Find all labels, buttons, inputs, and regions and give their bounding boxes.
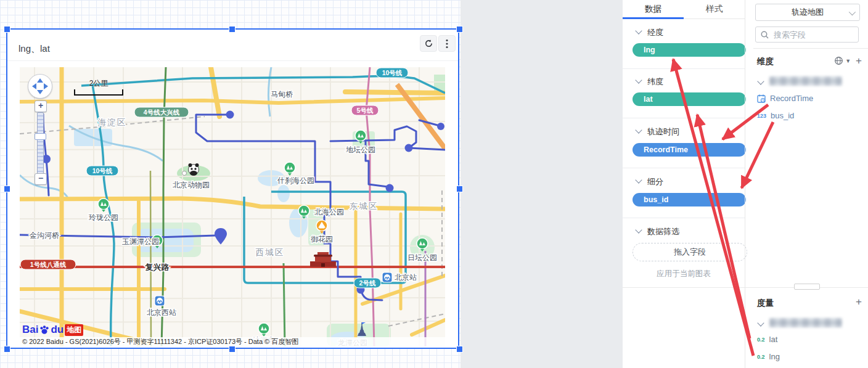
resize-handle-sw[interactable] xyxy=(4,346,10,353)
baidu-logo: Bai du 地图 xyxy=(22,323,83,337)
measures-header: 度量 xyxy=(757,298,774,309)
section-segment-label: 细分 xyxy=(647,176,663,187)
field-name: lat xyxy=(769,335,778,344)
field-busid[interactable]: 123 bus_id xyxy=(757,111,794,120)
refresh-icon xyxy=(424,39,433,48)
line-pill: 10号线 xyxy=(92,167,113,174)
search-input[interactable] xyxy=(772,30,853,40)
baidu-map-badge: 地图 xyxy=(65,324,83,336)
pan-right-icon[interactable] xyxy=(44,83,48,89)
pan-left-icon[interactable] xyxy=(32,83,36,89)
chart-type-value: 轨迹地图 xyxy=(792,7,824,17)
resize-handle-w[interactable] xyxy=(4,186,10,192)
add-dimension-button[interactable]: + xyxy=(856,57,862,65)
chevron-down-icon[interactable] xyxy=(635,226,642,233)
divider xyxy=(753,48,868,49)
section-longitude-label: 经度 xyxy=(647,27,663,38)
zoom-slider-thumb[interactable] xyxy=(35,133,46,140)
pan-up-icon[interactable] xyxy=(37,78,43,83)
refresh-button[interactable] xyxy=(420,35,437,52)
place-label: 地坛公园 xyxy=(346,145,375,154)
resize-handle-ne[interactable] xyxy=(456,26,463,33)
zoom-slider-track[interactable] xyxy=(37,112,44,174)
place-label: 北海公园 xyxy=(314,208,344,216)
chip-lat[interactable]: lat xyxy=(633,92,746,106)
apply-hint: 应用于当前图表 xyxy=(623,269,745,279)
place-label: 御花园 xyxy=(311,235,333,243)
field-search[interactable] xyxy=(755,27,859,43)
tab-data[interactable]: 数据 xyxy=(623,0,684,18)
chip-lng[interactable]: lng xyxy=(633,43,746,57)
tab-style[interactable]: 样式 xyxy=(684,0,745,18)
measures-tools: + xyxy=(856,298,862,306)
field-lat[interactable]: 0.2 lat xyxy=(757,335,777,344)
header-divider xyxy=(7,60,458,61)
map-copyright: © 2022 Baidu - GS(2021)6026号 - 甲测资字11111… xyxy=(20,337,445,346)
chevron-down-icon[interactable] xyxy=(635,27,642,34)
map-scale: 2公里 xyxy=(74,78,123,96)
field-name: bus_id xyxy=(771,111,794,120)
chevron-down-icon[interactable] xyxy=(635,176,642,183)
zoom-out-button[interactable]: − xyxy=(35,173,47,185)
chevron-down-icon[interactable] xyxy=(635,126,642,133)
chart-type-select[interactable]: 轨迹地图 xyxy=(755,4,860,21)
pin-marker xyxy=(215,228,227,245)
field-name: lng xyxy=(769,352,780,361)
kebab-icon xyxy=(446,39,448,49)
resize-handle-n[interactable] xyxy=(229,26,235,33)
line-pill: 1号线八通线 xyxy=(30,261,67,269)
line-pill: 5号线 xyxy=(357,107,374,114)
place-label: 日坛公园 xyxy=(407,253,437,262)
place-label: 北京站 xyxy=(395,273,417,282)
section-filter-label: 数据筛选 xyxy=(647,226,679,237)
decimal-field-icon: 0.2 xyxy=(757,337,765,343)
place-label: 金沟河桥 xyxy=(29,231,59,240)
scale-bar xyxy=(74,89,123,96)
dataset-name-redacted[interactable] xyxy=(769,76,842,86)
divider xyxy=(623,118,745,118)
dataset-name-redacted[interactable] xyxy=(769,318,842,327)
baidu-map[interactable]: 10号线 5号线 4号线大兴线 10号线 1号线八通线 2号线 海淀区 西城区 … xyxy=(20,67,445,346)
panel-tabs: 数据 样式 xyxy=(623,0,745,19)
resize-handle-e[interactable] xyxy=(456,186,463,192)
field-lng[interactable]: 0.2 lng xyxy=(757,352,780,361)
decimal-field-icon: 0.2 xyxy=(757,354,765,360)
major-roads xyxy=(20,67,445,346)
chip-recordtime[interactable]: RecordTime xyxy=(633,143,746,157)
fields-panel: 轨迹地图 维度 ▼ + xyxy=(753,0,868,368)
chevron-down-icon[interactable] xyxy=(635,76,642,83)
baidu-logo-text2: du xyxy=(51,324,63,336)
caret-down-icon[interactable]: ▼ xyxy=(845,58,851,64)
baidu-logo-text: Bai xyxy=(22,324,38,336)
district-label: 东城区 xyxy=(350,202,379,211)
divider xyxy=(623,168,745,168)
add-measure-button[interactable]: + xyxy=(856,298,862,306)
field-name: RecordTime xyxy=(770,94,813,103)
chip-busid[interactable]: bus_id xyxy=(633,193,746,206)
place-label: 北京西站 xyxy=(147,308,176,317)
line-pill: 2号线 xyxy=(359,279,376,287)
pan-down-icon[interactable] xyxy=(37,90,43,94)
field-recordtime[interactable]: RecordTime xyxy=(757,94,813,103)
search-icon xyxy=(761,31,769,39)
map-pan-control[interactable] xyxy=(28,74,52,99)
map-widget-card[interactable]: lng、lat xyxy=(6,28,459,349)
baidu-paw-icon xyxy=(39,324,50,335)
divider xyxy=(623,218,745,218)
more-options-button[interactable] xyxy=(438,35,456,52)
chevron-down-icon[interactable] xyxy=(757,319,764,326)
road-label: 复兴路 xyxy=(145,263,170,272)
scale-label: 2公里 xyxy=(74,78,123,89)
place-label: 马甸桥 xyxy=(271,90,293,99)
tiananmen-illustration xyxy=(310,252,336,267)
chevron-down-icon[interactable] xyxy=(757,78,764,84)
place-label: 北京动物园 xyxy=(173,181,210,189)
resize-handle-se[interactable] xyxy=(456,346,463,353)
dimensions-header: 维度 xyxy=(757,56,774,67)
resize-handle-s[interactable] xyxy=(229,346,235,353)
zoom-in-button[interactable]: + xyxy=(35,100,47,112)
drop-field-zone[interactable]: 拖入字段 xyxy=(633,243,747,261)
globe-icon[interactable] xyxy=(834,56,843,65)
resize-handle-nw[interactable] xyxy=(4,26,10,33)
chevron-down-icon xyxy=(849,9,856,15)
